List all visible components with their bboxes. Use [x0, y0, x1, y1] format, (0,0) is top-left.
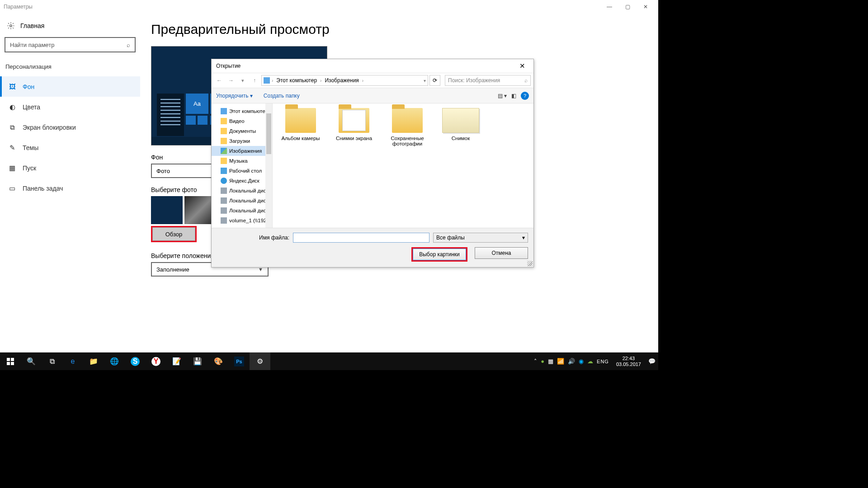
background-value: Фото [156, 168, 170, 174]
close-button[interactable]: ✕ [637, 0, 655, 14]
sidebar-item-label: Цвета [23, 103, 40, 111]
new-folder-button[interactable]: Создать папку [264, 93, 300, 99]
breadcrumb-item[interactable]: Изображения [323, 77, 360, 84]
folder-tree[interactable]: Этот компьютер Видео Документы Загрузки … [212, 103, 273, 228]
maximize-button[interactable]: ▢ [618, 0, 637, 14]
minimize-button[interactable]: — [600, 0, 618, 14]
window-title: Параметры [4, 4, 600, 10]
sidebar-item-taskbar[interactable]: ▭ Панель задач [0, 178, 140, 198]
taskbar-app[interactable]: 💾 [187, 352, 208, 370]
clock[interactable]: 22:43 03.05.2017 [613, 356, 645, 367]
refresh-button[interactable]: ⟳ [429, 75, 440, 86]
sidebar-item-themes[interactable]: ✎ Темы [0, 137, 140, 158]
tree-item: Локальный диск [212, 186, 272, 196]
sidebar-item-background[interactable]: 🖼 Фон [0, 76, 140, 97]
tray-chevron-up-icon[interactable]: ˄ [534, 358, 537, 365]
title-bar: Параметры — ▢ ✕ [0, 0, 658, 14]
taskbar-app-skype[interactable]: S [125, 352, 146, 370]
sidebar-item-lockscreen[interactable]: ⧉ Экран блокировки [0, 117, 140, 137]
forward-button[interactable]: → [226, 77, 236, 84]
back-button[interactable]: ← [214, 77, 224, 84]
tray-icon[interactable]: ● [541, 358, 544, 365]
file-open-dialog: Открытие ✕ ← → ▾ ↑ › Этот компьютер › Из… [211, 59, 534, 267]
svg-rect-3 [7, 362, 10, 365]
breadcrumb-item[interactable]: Этот компьютер [275, 77, 318, 84]
filetype-select[interactable]: Все файлы▾ [433, 233, 528, 243]
browse-button[interactable]: Обзор [152, 227, 195, 241]
category-header: Персонализация [0, 61, 140, 73]
home-link[interactable]: Главная [0, 18, 140, 33]
sidebar-item-label: Экран блокировки [23, 124, 76, 131]
sidebar-item-colors[interactable]: ◐ Цвета [0, 97, 140, 117]
up-button[interactable]: ↑ [250, 77, 259, 84]
start-button[interactable] [0, 352, 21, 370]
folder-item[interactable]: Сохраненные фотографии [383, 108, 432, 146]
preview-pane-toggle[interactable]: ◧ [511, 93, 516, 99]
taskbar-app-explorer[interactable]: 📁 [83, 352, 104, 370]
sidebar-item-start[interactable]: ▦ Пуск [0, 158, 140, 178]
taskbar: 🔍 ⧉ e 📁 🌐 S Y 📝 💾 🎨 Ps ⚙ ˄ ● ▦ 📶 🔊 ◉ ☁ E… [0, 352, 658, 370]
sidebar-item-label: Панель задач [23, 185, 63, 192]
file-list: Альбом камеры Снимки экрана Сохраненные … [273, 103, 533, 228]
sidebar-item-label: Темы [23, 144, 38, 151]
file-item[interactable]: Снимок [436, 108, 485, 146]
svg-rect-2 [11, 358, 14, 361]
resize-grip[interactable] [527, 261, 533, 266]
recent-dropdown[interactable]: ▾ [238, 78, 248, 84]
dialog-search-input[interactable]: Поиск: Изображения ⌕ [445, 75, 531, 86]
tree-item: Локальный диск [212, 206, 272, 216]
chevron-down-icon[interactable]: ▾ [424, 78, 426, 83]
dialog-toolbar: Упорядочить ▾ Создать папку ▤ ▾ ◧ ? [212, 88, 533, 103]
search-placeholder: Найти параметр [10, 42, 54, 48]
scrollbar[interactable] [265, 103, 272, 228]
address-bar[interactable]: › Этот компьютер › Изображения › ▾ [261, 75, 428, 86]
volume-icon[interactable]: 🔊 [568, 358, 575, 365]
taskbar-app-edge[interactable]: e [62, 352, 83, 370]
tree-item: Документы [212, 126, 272, 136]
search-button[interactable]: 🔍 [21, 352, 42, 370]
tray-app-icon[interactable]: ◉ [579, 358, 584, 365]
help-button[interactable]: ? [521, 92, 529, 100]
svg-point-0 [10, 25, 12, 27]
search-input[interactable]: Найти параметр ⌕ [5, 37, 136, 52]
start-icon: ▦ [8, 164, 16, 172]
language-indicator[interactable]: ENG [597, 359, 609, 364]
action-center-icon[interactable]: 💬 [648, 358, 656, 365]
dialog-close-button[interactable]: ✕ [515, 62, 529, 70]
palette-icon: ◐ [8, 103, 16, 111]
taskbar-app-photoshop[interactable]: Ps [229, 352, 250, 370]
dialog-title-bar: Открытие ✕ [212, 59, 533, 73]
folder-item[interactable]: Снимки экрана [330, 108, 378, 146]
system-tray: ˄ ● ▦ 📶 🔊 ◉ ☁ ENG 22:43 03.05.2017 💬 [534, 356, 658, 367]
preview-sample-text: Aa [186, 94, 208, 114]
svg-rect-1 [7, 358, 10, 361]
highlight-open: Выбор картинки [411, 247, 467, 262]
chevron-right-icon: › [362, 78, 363, 83]
tray-app-icon[interactable]: ☁ [587, 358, 593, 365]
chevron-right-icon: › [272, 78, 273, 83]
dialog-bottom: Имя файла: Все файлы▾ Выбор картинки Отм… [212, 228, 533, 267]
task-view-button[interactable]: ⧉ [42, 352, 62, 370]
dialog-title: Открытие [216, 63, 515, 69]
organize-menu[interactable]: Упорядочить ▾ [216, 93, 253, 99]
taskbar-app[interactable]: 🌐 [104, 352, 125, 370]
highlight-browse: Обзор [151, 226, 197, 242]
tree-item: volume_1 (\\192 [212, 216, 272, 225]
cancel-button[interactable]: Отмена [475, 247, 528, 259]
taskbar-app-yandex[interactable]: Y [146, 352, 166, 370]
view-options[interactable]: ▤ ▾ [498, 93, 507, 99]
tree-item: Музыка [212, 156, 272, 166]
tree-item: Загрузки [212, 136, 272, 146]
taskbar-app-settings[interactable]: ⚙ [250, 352, 270, 370]
taskbar-app-notepad[interactable]: 📝 [166, 352, 187, 370]
tray-app-icon[interactable]: ▦ [548, 358, 553, 365]
taskbar-app-paint[interactable]: 🎨 [208, 352, 229, 370]
open-button[interactable]: Выбор картинки [413, 249, 466, 260]
position-value: Заполнение [156, 266, 189, 273]
filename-input[interactable] [293, 233, 429, 243]
wifi-icon[interactable]: 📶 [557, 358, 564, 365]
chevron-right-icon: › [320, 78, 321, 83]
photo-thumb[interactable] [151, 196, 183, 224]
svg-rect-4 [11, 362, 14, 365]
folder-item[interactable]: Альбом камеры [276, 108, 325, 146]
